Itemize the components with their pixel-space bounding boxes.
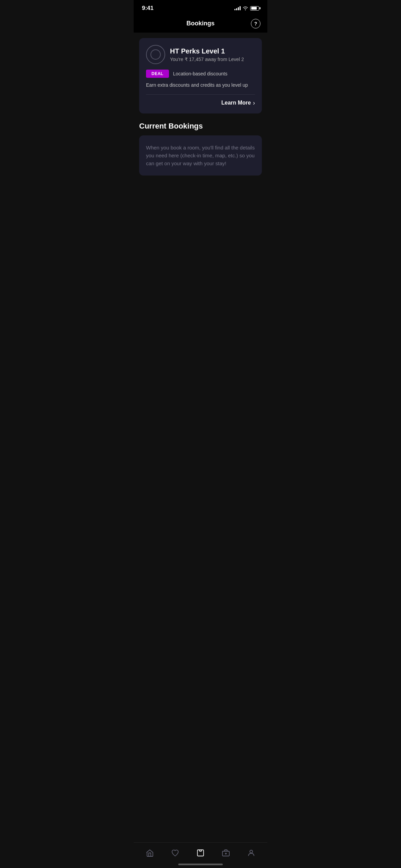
perks-card: HT Perks Level 1 You're ₹ 17,457 away fr… [139,38,262,113]
perks-title: HT Perks Level 1 [170,47,255,55]
status-icons [234,6,259,11]
chevron-right-icon: › [253,99,255,107]
page-title: Bookings [186,20,215,27]
main-content: HT Perks Level 1 You're ₹ 17,457 away fr… [134,33,267,176]
empty-bookings-text: When you book a room, you'll find all th… [146,144,255,168]
signal-icon [234,6,241,10]
perks-avatar [146,45,165,64]
help-button[interactable]: ? [251,19,260,28]
perks-deal-row: DEAL Location-based discounts [146,70,255,78]
status-bar: 9:41 [134,0,267,14]
perks-header: HT Perks Level 1 You're ₹ 17,457 away fr… [146,45,255,64]
perks-earn-text: Earn extra discounts and credits as you … [146,82,255,89]
status-time: 9:41 [142,5,154,12]
battery-icon [250,6,259,11]
learn-more-label: Learn More [221,100,251,106]
wifi-icon [243,6,248,10]
perks-info: HT Perks Level 1 You're ₹ 17,457 away fr… [170,47,255,62]
deal-badge: DEAL [146,70,169,78]
section-title-current-bookings: Current Bookings [139,122,262,131]
perks-subtitle: You're ₹ 17,457 away from Level 2 [170,57,255,62]
nav-header: Bookings ? [134,14,267,33]
perks-divider [146,94,255,95]
empty-bookings-card: When you book a room, you'll find all th… [139,135,262,176]
perks-avatar-inner [150,49,161,60]
learn-more-button[interactable]: Learn More › [146,99,255,107]
deal-description: Location-based discounts [173,71,228,76]
